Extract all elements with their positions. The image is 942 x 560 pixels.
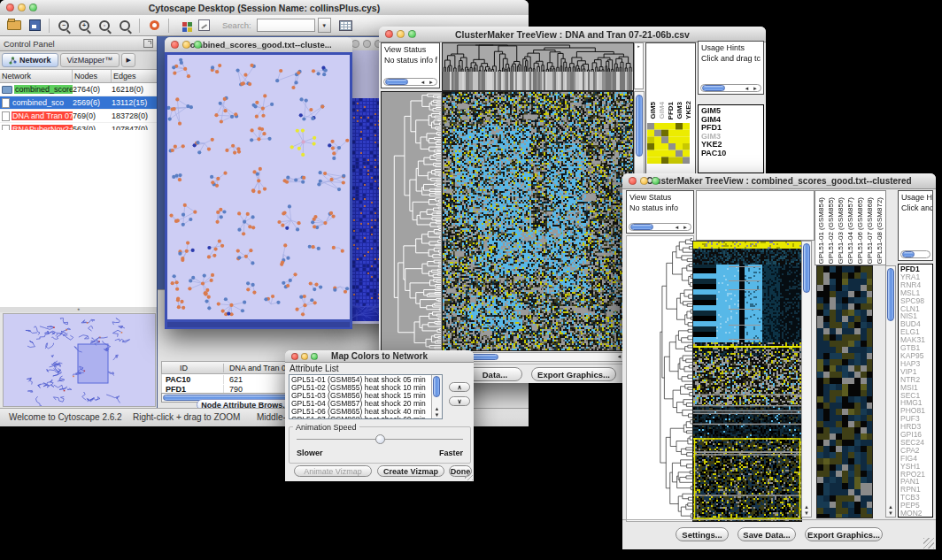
horizontal-scrollbar[interactable] bbox=[900, 250, 930, 258]
network-view-titlebar[interactable]: combined_scores_good.txt--cluste... bbox=[165, 37, 352, 53]
row-dendrogram-canvas[interactable] bbox=[381, 91, 443, 351]
move-down-button[interactable]: ∨ bbox=[449, 396, 470, 406]
minimize-button[interactable] bbox=[363, 40, 371, 48]
gene-label: MON2 bbox=[900, 510, 932, 518]
vertical-scrollbar[interactable]: ▲▼ bbox=[885, 265, 896, 518]
network-list-item[interactable]: combined_scores2764(0)16218(0) bbox=[0, 83, 157, 96]
zoom-button[interactable] bbox=[29, 4, 37, 12]
column-dendrogram-area[interactable] bbox=[696, 190, 815, 241]
save-session-button[interactable] bbox=[26, 18, 43, 34]
network-list-item[interactable]: DNA and Tran 07769(0)183728(0) bbox=[0, 110, 157, 123]
vizmapper-button[interactable] bbox=[174, 18, 192, 34]
window-controls[interactable] bbox=[6, 4, 37, 12]
network-canvas[interactable] bbox=[167, 55, 350, 319]
settings-button[interactable]: Settings... bbox=[676, 527, 729, 541]
column-header-network[interactable]: Network bbox=[0, 70, 73, 82]
animate-vizmap-button[interactable]: Animate Vizmap bbox=[294, 465, 372, 477]
resize-grip[interactable] bbox=[465, 472, 473, 480]
scroll-arrows[interactable]: ◄ ► bbox=[674, 225, 691, 230]
scroll-thumb[interactable] bbox=[902, 251, 915, 257]
network-list-item[interactable]: combined_sco2569(6)13112(15) bbox=[0, 96, 157, 110]
minimize-button[interactable] bbox=[640, 177, 648, 185]
scroll-arrows[interactable]: ◄ ► bbox=[420, 80, 436, 85]
scroll-arrows[interactable]: ▲▼ bbox=[432, 406, 442, 418]
heatmap-canvas[interactable] bbox=[692, 241, 802, 522]
zoom-heatmap-canvas[interactable] bbox=[816, 265, 873, 518]
create-vizmap-button[interactable]: Create Vizmap bbox=[377, 465, 444, 477]
network-overview-canvas[interactable] bbox=[3, 313, 156, 407]
column-header-edges[interactable]: Edges bbox=[112, 70, 152, 82]
float-panel-icon[interactable] bbox=[143, 39, 153, 48]
scroll-thumb[interactable] bbox=[385, 79, 408, 85]
tab-vizmapper[interactable]: VizMapper™ bbox=[60, 53, 120, 67]
export-graphics-button[interactable]: Export Graphics... bbox=[531, 367, 616, 381]
horizontal-scrollbar[interactable]: ◄ ► bbox=[383, 78, 437, 86]
search-dropdown-button[interactable]: ▼ bbox=[318, 18, 331, 33]
view-status-panel: View Status No status info f ◄ ► bbox=[381, 42, 440, 88]
attribute-item[interactable]: GPL51-07 (GSM868) heat shock 60 min bbox=[291, 416, 442, 419]
vertical-scrollbar[interactable]: ▲▼ bbox=[801, 241, 812, 518]
scroll-arrows[interactable]: ◄ ► bbox=[744, 86, 761, 91]
vertical-scrollbar[interactable]: ▲▼ bbox=[431, 375, 442, 418]
tab-network[interactable]: Network bbox=[2, 53, 58, 67]
zoom-button[interactable] bbox=[311, 353, 318, 360]
resize-grip[interactable] bbox=[923, 538, 934, 548]
move-up-button[interactable]: ∧ bbox=[449, 382, 470, 392]
row-dendrogram-canvas[interactable] bbox=[626, 235, 694, 522]
scroll-arrows[interactable]: ▲▼ bbox=[802, 504, 811, 517]
open-session-button[interactable] bbox=[5, 18, 23, 34]
column-header-id[interactable]: ID bbox=[162, 364, 224, 372]
main-titlebar[interactable]: Cytoscape Desktop (Session Name: collins… bbox=[0, 0, 529, 16]
export-graphics-button[interactable]: Export Graphics... bbox=[805, 527, 883, 541]
minimize-button[interactable] bbox=[18, 4, 26, 12]
slider-thumb[interactable] bbox=[375, 434, 385, 444]
zoom-button[interactable] bbox=[408, 30, 416, 38]
scroll-thumb[interactable] bbox=[803, 243, 810, 293]
horizontal-scrollbar[interactable]: ◄ ► bbox=[700, 84, 761, 92]
tab-overflow-button[interactable]: ▶ bbox=[121, 53, 135, 67]
zoom-out-button[interactable]: − bbox=[55, 18, 73, 34]
save-data-button[interactable]: Save Data... bbox=[737, 527, 796, 541]
close-button[interactable] bbox=[629, 177, 637, 185]
close-button[interactable] bbox=[6, 4, 14, 12]
zoom-fit-button[interactable]: ▫ bbox=[96, 18, 113, 34]
scroll-thumb[interactable] bbox=[630, 224, 653, 230]
help-button[interactable] bbox=[145, 18, 163, 34]
control-panel-header[interactable]: Control Panel bbox=[0, 36, 157, 51]
annotation-button[interactable] bbox=[195, 18, 212, 34]
close-button[interactable] bbox=[171, 41, 179, 49]
scroll-thumb[interactable] bbox=[887, 268, 894, 321]
zoom-in-button[interactable]: + bbox=[75, 18, 93, 34]
zoom-button[interactable] bbox=[194, 41, 202, 49]
minimize-button[interactable] bbox=[397, 30, 405, 38]
lifesaver-icon bbox=[150, 20, 159, 30]
status-hint-zoom: Right-click + drag to ZOOM bbox=[133, 412, 240, 422]
zoom-selected-button[interactable] bbox=[116, 18, 134, 34]
treeview2-titlebar[interactable]: ClusterMaker TreeView : combined_scores_… bbox=[622, 173, 936, 189]
save-data-label: Data... bbox=[483, 370, 508, 380]
panel-splitter[interactable]: ● bbox=[0, 307, 157, 312]
close-button[interactable] bbox=[351, 40, 359, 48]
row-id: PFD1 bbox=[162, 385, 224, 394]
column-dendrogram-canvas[interactable] bbox=[442, 42, 634, 91]
column-header-nodes[interactable]: Nodes bbox=[73, 70, 112, 82]
search-input[interactable] bbox=[257, 19, 315, 32]
horizontal-scrollbar[interactable]: ◄ ► bbox=[629, 223, 691, 231]
view-status-panel: View Status No status info ◄ ► bbox=[626, 190, 694, 234]
minimize-button[interactable] bbox=[301, 353, 308, 360]
selected-genes-panel: GIM5GIM4PFD1GIM3YKE2PAC10 bbox=[698, 104, 764, 173]
zoom-button[interactable] bbox=[652, 177, 660, 185]
scroll-thumb[interactable] bbox=[636, 95, 643, 157]
close-button[interactable] bbox=[385, 30, 393, 38]
heatmap-canvas[interactable] bbox=[442, 91, 634, 351]
scroll-arrows[interactable]: ▲▼ bbox=[886, 504, 895, 517]
close-button[interactable] bbox=[291, 353, 298, 360]
scroll-thumb[interactable] bbox=[433, 376, 440, 397]
attribute-listbox[interactable]: GPL51-01 (GSM854) heat shock 05 minGPL51… bbox=[289, 374, 443, 419]
dialog-titlebar[interactable]: Map Colors to Network bbox=[285, 350, 474, 363]
view-status-title: View Status bbox=[627, 191, 693, 203]
export-table-button[interactable] bbox=[337, 18, 355, 34]
save-data-button[interactable]: Data... bbox=[467, 367, 522, 381]
minimize-button[interactable] bbox=[182, 41, 190, 49]
scroll-thumb[interactable] bbox=[702, 85, 725, 91]
